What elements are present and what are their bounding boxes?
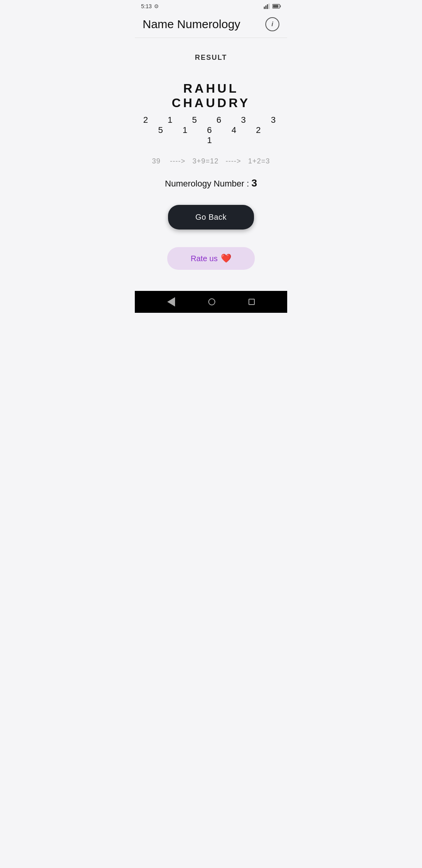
signal-icon [264,4,271,9]
info-button[interactable]: i [265,17,279,31]
battery-icon [272,4,281,9]
svg-rect-6 [273,5,279,8]
rate-us-container: Rate us ❤️ [135,247,287,291]
numerology-number: 3 [251,177,257,189]
svg-rect-2 [267,4,268,9]
home-nav-icon [208,298,215,305]
heart-icon: ❤️ [221,253,231,264]
status-time: 5:13 [141,3,152,9]
numerology-result: Numerology Number : 3 [165,177,257,189]
recent-nav-icon [249,299,255,305]
info-icon: i [272,21,273,28]
status-left: 5:13 ⚙ [141,3,159,9]
main-content: RESULT RAHUL CHAUDRY 2 1 5 6 3 3 5 1 6 4… [135,38,287,247]
rate-us-label: Rate us [191,254,218,263]
result-label: RESULT [195,54,227,62]
status-right [264,4,281,9]
svg-rect-5 [280,5,281,7]
back-nav-icon [167,297,175,307]
status-bar: 5:13 ⚙ [135,0,287,13]
calculation-row: 39 ----> 3+9=12 ----> 1+2=3 [152,157,270,165]
rate-us-button[interactable]: Rate us ❤️ [167,247,255,270]
nav-bar [135,291,287,313]
home-nav-button[interactable] [205,295,218,308]
go-back-button[interactable]: Go Back [168,205,254,230]
svg-rect-0 [264,7,265,9]
name-display: RAHUL CHAUDRY [143,81,279,110]
svg-rect-1 [265,5,266,9]
header: Name Numerology i [135,13,287,38]
gear-icon: ⚙ [154,3,159,9]
page-title: Name Numerology [143,18,240,31]
recent-nav-button[interactable] [245,296,258,308]
numbers-row: 2 1 5 6 3 3 5 1 6 4 2 1 [143,115,279,145]
back-nav-button[interactable] [164,294,178,310]
svg-rect-3 [268,4,270,9]
numerology-label: Numerology Number : [165,179,251,188]
